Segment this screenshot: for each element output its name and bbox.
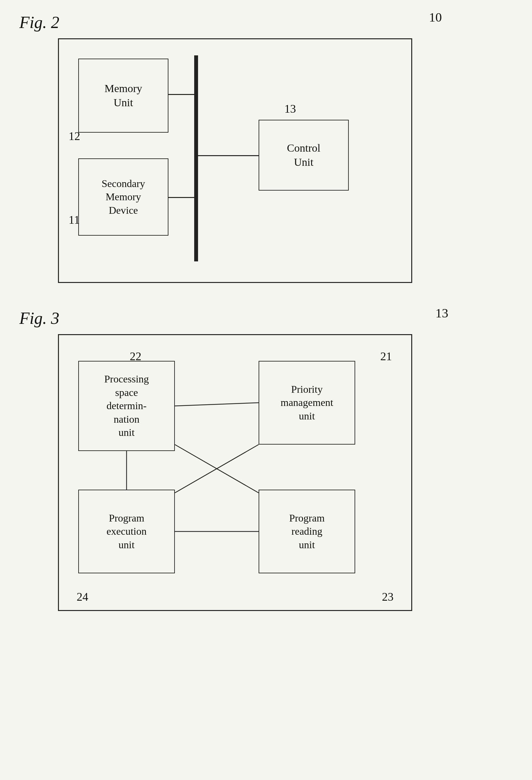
program-execution-label: Programexecutionunit	[107, 511, 147, 552]
svg-line-4	[175, 445, 258, 493]
program-reading-box: Programreadingunit	[258, 490, 355, 573]
secondary-memory-label: SecondaryMemoryDevice	[101, 177, 145, 217]
fig2-section: Fig. 2 10 MemoryUnit 12 SecondaryMemoryD…	[19, 13, 513, 283]
program-reading-label: Programreadingunit	[289, 511, 325, 552]
label-12: 12	[68, 130, 80, 143]
h-line-memory	[168, 94, 195, 95]
memory-unit-box: MemoryUnit	[78, 59, 168, 133]
priority-management-label: Prioritymanagementunit	[281, 383, 333, 423]
label-22: 22	[130, 350, 141, 363]
h-line-secondary	[168, 197, 195, 198]
label-21: 21	[380, 350, 392, 363]
processing-space-label: Processingspacedetermin-nationunit	[104, 373, 149, 439]
h-line-control	[198, 155, 258, 156]
svg-line-3	[175, 445, 258, 493]
control-unit-label: ControlUnit	[287, 141, 321, 169]
secondary-memory-box: SecondaryMemoryDevice	[78, 158, 168, 236]
svg-line-0	[175, 403, 258, 406]
fig3-section: Fig. 3 13 Processingspacedetermin-nation…	[19, 309, 513, 611]
processing-space-box: Processingspacedetermin-nationunit	[78, 361, 175, 451]
fig3-outer-box: Processingspacedetermin-nationunit 22 Pr…	[58, 334, 412, 611]
fig2-ref-number: 10	[429, 10, 442, 25]
fig3-ref-number: 13	[435, 305, 448, 321]
label-24: 24	[77, 590, 88, 603]
fig2-outer-box: MemoryUnit 12 SecondaryMemoryDevice 11 C…	[58, 38, 412, 283]
memory-unit-label: MemoryUnit	[104, 82, 142, 110]
control-unit-box: ControlUnit	[258, 120, 349, 191]
priority-management-box: Prioritymanagementunit	[258, 361, 355, 445]
program-execution-box: Programexecutionunit	[78, 490, 175, 573]
label-13-fig2: 13	[284, 102, 296, 115]
label-11: 11	[68, 213, 80, 227]
label-23: 23	[382, 590, 393, 603]
bus-line	[194, 55, 198, 261]
